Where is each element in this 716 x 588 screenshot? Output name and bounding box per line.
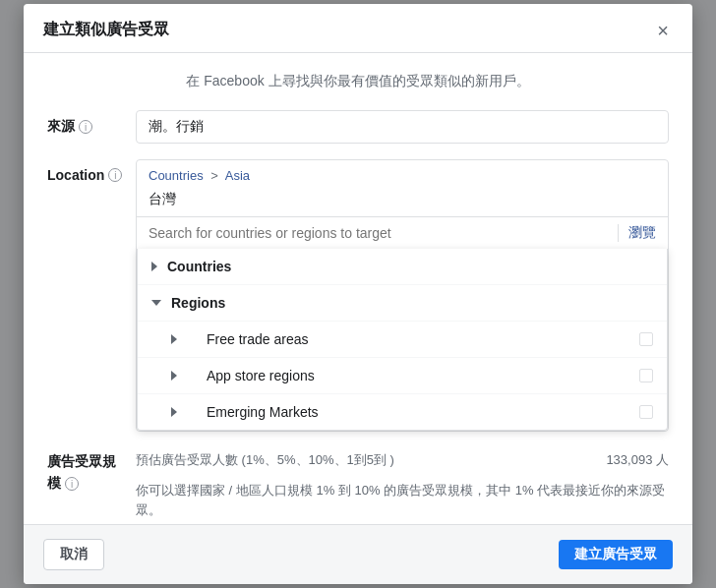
close-button[interactable]: × bbox=[653, 21, 673, 40]
location-tag-area: 台灣 bbox=[137, 187, 668, 216]
location-breadcrumb: Countries > Asia bbox=[137, 160, 668, 187]
search-row: 瀏覽 bbox=[137, 216, 668, 249]
app-store-checkbox[interactable] bbox=[639, 369, 653, 382]
chevron-right-icon-ft bbox=[171, 334, 177, 344]
item-label-countries: Countries bbox=[167, 259, 653, 274]
source-label: 來源 i bbox=[47, 110, 136, 136]
location-tag: 台灣 bbox=[149, 191, 176, 208]
item-label-app-store: App store regions bbox=[187, 368, 639, 383]
source-info-icon[interactable]: i bbox=[79, 120, 92, 134]
chevron-right-icon-em bbox=[171, 407, 177, 417]
dropdown-item-regions[interactable]: Regions bbox=[138, 285, 667, 322]
location-search-input[interactable] bbox=[149, 217, 610, 249]
source-input[interactable] bbox=[136, 110, 669, 144]
emerging-checkbox[interactable] bbox=[639, 405, 653, 419]
modal-footer: 取消 建立廣告受眾 bbox=[24, 524, 692, 584]
audience-info-box: 預估廣告受眾人數 (1%、5%、10%、1到5到 ) 133,093 人 你可以… bbox=[136, 447, 669, 524]
breadcrumb-sep: > bbox=[210, 168, 218, 183]
modal-body: 在 Facebook 上尋找與你最有價值的受眾類似的新用戶。 來源 i Loca… bbox=[24, 53, 692, 524]
free-trade-checkbox[interactable] bbox=[639, 332, 653, 346]
dropdown-item-countries[interactable]: Countries bbox=[138, 249, 667, 285]
dropdown-item-free-trade[interactable]: Free trade areas bbox=[138, 322, 667, 358]
location-label: Location i bbox=[47, 159, 136, 183]
chevron-right-icon-as bbox=[171, 371, 177, 381]
audience-row: 廣告受眾規 模 i 預估廣告受眾人數 (1%、5%、10%、1到5到 ) 133… bbox=[47, 447, 669, 524]
dropdown-item-app-store[interactable]: App store regions bbox=[138, 358, 667, 394]
audience-label: 廣告受眾規 模 i bbox=[47, 447, 136, 493]
location-dropdown: Countries Regions Free trad bbox=[137, 249, 668, 431]
breadcrumb-countries-link[interactable]: Countries bbox=[149, 168, 204, 183]
submit-button[interactable]: 建立廣告受眾 bbox=[559, 540, 673, 569]
audience-info-icon[interactable]: i bbox=[65, 477, 79, 491]
modal-overlay: 建立類似廣告受眾 × 在 Facebook 上尋找與你最有價值的受眾類似的新用戶… bbox=[0, 0, 716, 588]
breadcrumb-asia: Asia bbox=[225, 168, 250, 183]
source-row: 來源 i bbox=[47, 110, 669, 144]
location-box: Countries > Asia 台灣 瀏覽 bbox=[136, 159, 669, 432]
modal-header: 建立類似廣告受眾 × bbox=[24, 4, 692, 53]
browse-button[interactable]: 瀏覽 bbox=[618, 224, 656, 242]
chevron-right-icon bbox=[151, 262, 157, 271]
location-row: Location i Countries > Asia 台灣 bbox=[47, 159, 669, 432]
item-label-regions: Regions bbox=[171, 295, 653, 311]
modal: 建立類似廣告受眾 × 在 Facebook 上尋找與你最有價值的受眾類似的新用戶… bbox=[24, 4, 692, 584]
subtitle: 在 Facebook 上尋找與你最有價值的受眾類似的新用戶。 bbox=[47, 73, 669, 90]
location-info-icon[interactable]: i bbox=[108, 168, 122, 182]
item-label-emerging: Emerging Markets bbox=[187, 404, 639, 420]
audience-partial-text: 預估廣告受眾人數 (1%、5%、10%、1到5到 ) 133,093 人 bbox=[136, 447, 669, 473]
audience-desc: 你可以選擇國家 / 地區人口規模 1% 到 10% 的廣告受眾規模，其中 1% … bbox=[136, 481, 669, 519]
location-control: Countries > Asia 台灣 瀏覽 bbox=[136, 159, 669, 432]
modal-title: 建立類似廣告受眾 bbox=[43, 20, 169, 40]
dropdown-item-emerging[interactable]: Emerging Markets bbox=[138, 394, 667, 430]
chevron-down-icon bbox=[151, 300, 161, 306]
cancel-button[interactable]: 取消 bbox=[43, 539, 104, 570]
source-control bbox=[136, 110, 669, 144]
item-label-free-trade: Free trade areas bbox=[187, 331, 639, 347]
